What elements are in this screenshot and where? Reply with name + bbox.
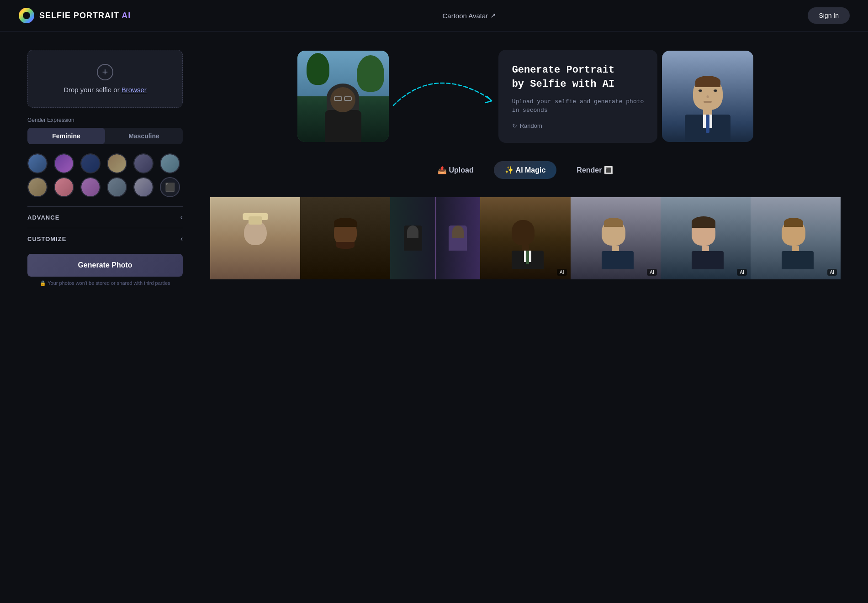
- hero-title: Generate Portrait by Selfie with AI: [512, 63, 644, 92]
- left-panel: + Drop your selfie or Browser Gender Exp…: [27, 50, 183, 286]
- customize-section[interactable]: CUSTOMIZE ‹: [27, 228, 183, 249]
- avatar-7[interactable]: [27, 177, 48, 197]
- add-icon: +: [97, 64, 113, 80]
- avatar-grid: ⬛: [27, 153, 183, 197]
- tabs-section: 📤 Upload ✨ AI Magic Render 🔳: [210, 152, 841, 188]
- gender-label: Gender Expression: [27, 117, 183, 123]
- avatar-3[interactable]: [80, 153, 101, 173]
- feminine-button[interactable]: Feminine: [27, 128, 105, 144]
- refresh-icon: ↻: [512, 122, 517, 129]
- logo: SELFIE PORTRAIT AI: [18, 7, 131, 24]
- logo-text: SELFIE PORTRAIT AI: [39, 11, 131, 21]
- avatar-1[interactable]: [27, 153, 48, 173]
- gallery-face-7: [782, 220, 809, 257]
- ai-badge-6: AI: [737, 269, 746, 276]
- avatar-6[interactable]: [160, 153, 180, 173]
- curved-arrow: .arrow-path { fill: none; stroke: #00c8e…: [389, 69, 498, 124]
- external-link-icon: ↗: [490, 11, 496, 20]
- tab-ai-magic[interactable]: ✨ AI Magic: [494, 161, 557, 179]
- selfie-photo: [297, 51, 389, 142]
- demo-row: .arrow-path { fill: none; stroke: #00c8e…: [210, 50, 841, 143]
- advance-label: ADVANCE: [27, 214, 59, 221]
- gallery-item-5: AI: [571, 197, 661, 279]
- gallery-face-2: [332, 220, 359, 257]
- gallery-item-1: [210, 197, 300, 279]
- gallery-item-6: AI: [661, 197, 751, 279]
- gallery-item-2: [300, 197, 390, 279]
- svg-point-1: [23, 12, 30, 19]
- customize-label: CUSTOMIZE: [27, 236, 66, 242]
- info-card: Generate Portrait by Selfie with AI Uplo…: [498, 50, 658, 143]
- avatar-9[interactable]: [80, 177, 101, 197]
- customize-chevron: ‹: [180, 235, 183, 243]
- advance-chevron: ‹: [180, 213, 183, 221]
- gallery-face-6: [692, 220, 719, 257]
- gallery-face-5: [602, 220, 629, 257]
- browser-link[interactable]: Browser: [122, 86, 147, 94]
- tab-render[interactable]: Render 🔳: [566, 161, 624, 179]
- avatar-8[interactable]: [54, 177, 74, 197]
- logo-icon: [18, 7, 35, 24]
- gallery-section: AI AI: [210, 197, 841, 279]
- hero-description: Upload your selfie and generate photo in…: [512, 97, 644, 115]
- ai-badge-7: AI: [827, 269, 837, 276]
- masculine-button[interactable]: Masculine: [105, 128, 183, 144]
- gallery-face-4: [512, 220, 539, 257]
- cartoon-avatar-link[interactable]: Cartoon Avatar ↗: [442, 11, 496, 20]
- cube-icon: ⬛: [165, 182, 175, 192]
- gallery-item-4: AI: [480, 197, 570, 279]
- ai-badge-4: AI: [557, 269, 566, 276]
- avatar-10[interactable]: [107, 177, 127, 197]
- upload-text: Drop your selfie or Browser: [64, 86, 147, 94]
- tab-upload[interactable]: 📤 Upload: [427, 161, 485, 179]
- generate-button[interactable]: Generate Photo: [27, 254, 183, 277]
- gender-toggle: Feminine Masculine: [27, 128, 183, 144]
- main-content: + Drop your selfie or Browser Gender Exp…: [0, 31, 868, 304]
- header: SELFIE PORTRAIT AI Cartoon Avatar ↗ Sign…: [0, 0, 868, 31]
- avatar-cube[interactable]: ⬛: [160, 177, 180, 197]
- upload-area[interactable]: + Drop your selfie or Browser: [27, 50, 183, 108]
- ai-badge-5: AI: [647, 269, 656, 276]
- sign-in-button[interactable]: Sign In: [808, 7, 850, 24]
- avatar-2[interactable]: [54, 153, 74, 173]
- avatar-11[interactable]: [133, 177, 153, 197]
- gallery-item-3: [390, 197, 480, 279]
- gallery-item-7: AI: [751, 197, 841, 279]
- avatar-4[interactable]: [107, 153, 127, 173]
- right-panel: .arrow-path { fill: none; stroke: #00c8e…: [210, 50, 841, 279]
- gallery-face-1: [242, 220, 269, 257]
- privacy-note: 🔒 Your photos won't be stored or shared …: [27, 280, 183, 286]
- result-photo: [662, 51, 753, 142]
- avatar-5[interactable]: [133, 153, 153, 173]
- random-button[interactable]: ↻ Random: [512, 122, 542, 129]
- advance-section[interactable]: ADVANCE ‹: [27, 206, 183, 228]
